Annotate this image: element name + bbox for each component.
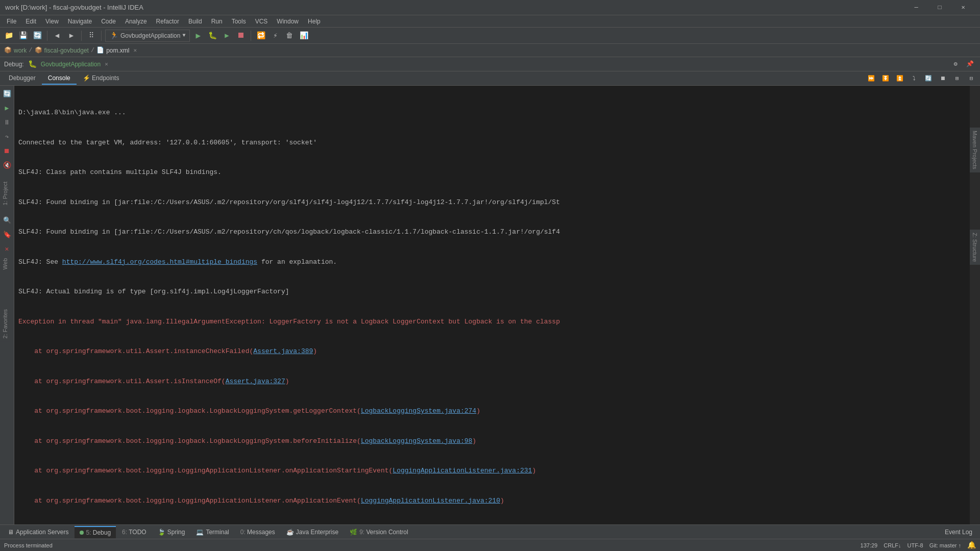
debug-tool-8[interactable]: ⊟: [965, 72, 977, 85]
debug-tool-6[interactable]: ⏹: [937, 72, 949, 85]
menu-analyze[interactable]: Analyze: [121, 17, 151, 26]
debug-button[interactable]: 🐛: [206, 30, 218, 42]
window-controls: ─ □ ✕: [904, 0, 975, 15]
debug-tool-1[interactable]: ⏩: [865, 72, 877, 85]
status-message: Process terminated: [4, 542, 53, 548]
console-line: at org.springframework.util.Assert.insta…: [18, 346, 966, 357]
project-panel-label[interactable]: 1: Project: [0, 179, 10, 208]
toolbar-btn-1[interactable]: 📁: [3, 30, 15, 42]
minimize-button[interactable]: ─: [904, 0, 928, 15]
debug-tool-7[interactable]: ⊞: [951, 72, 963, 85]
console-line: SLF4J: Found binding in [jar:file:/C:/Us…: [18, 197, 966, 208]
toolbar-btn-gc[interactable]: 🗑: [283, 30, 296, 42]
tab-application-servers[interactable]: 🖥 Application Servers: [3, 527, 74, 538]
vcs-status[interactable]: Git: master ↑: [929, 542, 961, 548]
menu-window[interactable]: Window: [273, 17, 303, 26]
menu-code[interactable]: Code: [97, 17, 120, 26]
debug-close-btn[interactable]: ✕: [105, 61, 108, 67]
close-button[interactable]: ✕: [951, 0, 975, 15]
tab-console[interactable]: Console: [42, 72, 77, 85]
toolbar-btn-structure[interactable]: ⠿: [85, 30, 97, 42]
menu-help[interactable]: Help: [304, 17, 325, 26]
stack-link[interactable]: Assert.java:389: [253, 347, 313, 355]
debug-dot: [80, 531, 84, 535]
toolbar-btn-3[interactable]: 🔄: [31, 30, 43, 42]
status-bar: Process terminated 137:29 CRLF↓ UTF-8 Gi…: [0, 539, 980, 551]
breadcrumb-close[interactable]: ✕: [133, 47, 137, 54]
sidebar-analyze-icon[interactable]: 🔍: [1, 214, 13, 227]
menu-vcs[interactable]: VCS: [251, 17, 272, 26]
web-panel-label[interactable]: Web: [0, 255, 10, 272]
run-button[interactable]: ▶: [192, 30, 204, 42]
run-coverage-button[interactable]: ▶: [220, 30, 233, 42]
menu-view[interactable]: View: [41, 17, 63, 26]
tab-terminal[interactable]: 💻 Terminal: [191, 527, 234, 538]
menu-run[interactable]: Run: [207, 17, 227, 26]
debug-tool-4[interactable]: ⤵: [908, 72, 920, 85]
debug-settings-btn[interactable]: ⚙: [949, 58, 962, 70]
sidebar-error-icon[interactable]: ✕: [1, 243, 13, 255]
debug-tab-tools: ⏩ ⏬ ⏫ ⤵ 🔄 ⏹ ⊞ ⊟: [865, 72, 977, 85]
sidebar-rerun-icon[interactable]: 🔄: [1, 88, 13, 100]
favorites-panel-label[interactable]: 2: Favorites: [0, 306, 10, 341]
menu-navigate[interactable]: Navigate: [64, 17, 96, 26]
toolbar-btn-2[interactable]: 💾: [17, 30, 29, 42]
console-line: SLF4J: Class path contains multiple SLF4…: [18, 167, 966, 178]
breadcrumb-pom[interactable]: pom.xml: [106, 47, 129, 54]
slf4j-link[interactable]: http://www.slf4j.org/codes.html#multiple…: [62, 258, 257, 266]
toolbar-btn-heap[interactable]: 📊: [298, 30, 310, 42]
breadcrumb-fiscal[interactable]: fiscal-govbudget: [44, 47, 89, 54]
line-separator[interactable]: CRLF↓: [884, 542, 901, 548]
tab-java-enterprise[interactable]: ☕ Java Enterprise: [281, 527, 344, 538]
stack-link[interactable]: Assert.java:327: [226, 378, 285, 385]
cursor-position[interactable]: 137:29: [861, 542, 878, 548]
debug-tool-2[interactable]: ⏬: [879, 72, 892, 85]
breadcrumb-work[interactable]: work: [14, 47, 27, 54]
structure-panel-label[interactable]: Z: Structure: [970, 230, 980, 265]
title-bar: work [D:\work] - fiscal-govbudget - Inte…: [0, 0, 980, 15]
tab-version-control[interactable]: 🌿 9: Version Control: [345, 527, 413, 538]
debug-session-name: GovbudgetApplication: [41, 61, 101, 68]
toolbar-back[interactable]: ◀: [51, 30, 63, 42]
status-right-section: 137:29 CRLF↓ UTF-8 Git: master ↑ 🔔: [861, 541, 976, 549]
toolbar-forward[interactable]: ▶: [65, 30, 78, 42]
debug-pin-btn[interactable]: 📌: [964, 58, 976, 70]
stack-link[interactable]: LogbackLoggingSystem.java:98: [361, 437, 472, 445]
notifications-icon[interactable]: 🔔: [967, 541, 976, 549]
toolbar-sep-3: [101, 31, 102, 41]
toolbar-btn-rerun[interactable]: 🔁: [255, 30, 267, 42]
sidebar-mute-icon[interactable]: 🔇: [1, 159, 13, 171]
stop-button[interactable]: ⏹: [235, 30, 247, 42]
toolbar-sep-2: [81, 31, 82, 41]
toolbar-btn-update[interactable]: ⚡: [269, 30, 281, 42]
menu-build[interactable]: Build: [184, 17, 206, 26]
debug-tool-3[interactable]: ⏫: [894, 72, 906, 85]
sidebar-pause-icon[interactable]: ⏸: [1, 116, 13, 129]
tab-spring[interactable]: 🍃 Spring: [153, 527, 190, 538]
maven-panel-label[interactable]: Maven Projects: [970, 128, 980, 172]
tab-debug[interactable]: 5: Debug: [75, 526, 116, 538]
console-line: at org.springframework.boot.logging.Logg…: [18, 496, 966, 506]
menu-bar: File Edit View Navigate Code Analyze Ref…: [0, 15, 980, 28]
tab-todo[interactable]: 6: TODO: [117, 527, 152, 538]
tab-event-log[interactable]: Event Log: [940, 527, 977, 538]
tab-debugger[interactable]: Debugger: [3, 72, 42, 85]
menu-edit[interactable]: Edit: [21, 17, 40, 26]
console-output[interactable]: D:\java1.8\bin\java.exe ... Connected to…: [14, 86, 970, 524]
sidebar-step-over-icon[interactable]: ↷: [1, 131, 13, 143]
stack-link[interactable]: LoggingApplicationListener.java:231: [393, 467, 532, 474]
sidebar-bookmark-icon[interactable]: 🔖: [1, 229, 13, 241]
menu-tools[interactable]: Tools: [228, 17, 250, 26]
file-encoding[interactable]: UTF-8: [907, 542, 923, 548]
sidebar-resume-icon[interactable]: ▶: [1, 102, 13, 114]
debug-tool-5[interactable]: 🔄: [922, 72, 935, 85]
tab-messages[interactable]: 0: Messages: [235, 527, 280, 538]
run-config-selector[interactable]: 🏃 GovbudgetApplication ▼: [105, 30, 190, 42]
menu-refactor[interactable]: Refactor: [152, 17, 183, 26]
maximize-button[interactable]: □: [928, 0, 951, 15]
stack-link[interactable]: LoggingApplicationListener.java:210: [361, 497, 500, 505]
tab-endpoints[interactable]: ⚡ Endpoints: [77, 72, 126, 85]
sidebar-stop-icon[interactable]: ⏹: [1, 145, 13, 157]
stack-link[interactable]: LogbackLoggingSystem.java:274: [361, 407, 476, 415]
menu-file[interactable]: File: [3, 17, 20, 26]
